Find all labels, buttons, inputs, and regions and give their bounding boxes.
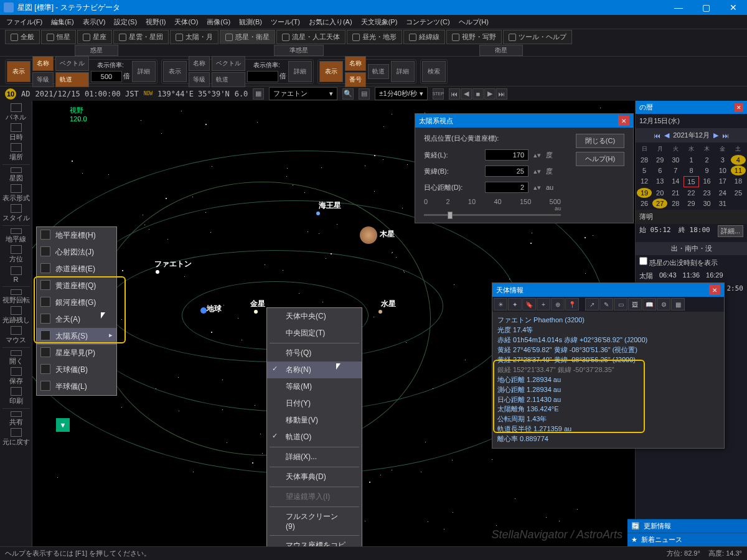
- rail-星図[interactable]: 星図: [2, 164, 30, 183]
- menu-item[interactable]: 表示(V): [79, 16, 110, 28]
- detail-button-3[interactable]: 詳細: [391, 61, 415, 82]
- rail-方位[interactable]: 方位: [2, 245, 30, 264]
- menu-item[interactable]: 天体(O): [171, 16, 202, 28]
- menu-item[interactable]: お気に入り(A): [305, 16, 356, 28]
- rail-場所[interactable]: 場所: [2, 143, 30, 162]
- name-toggle[interactable]: 名称: [32, 56, 54, 71]
- rail-スタイル[interactable]: スタイル: [2, 204, 30, 223]
- step-dropdown[interactable]: ±1分40秒/秒▾: [375, 87, 427, 100]
- pin-icon[interactable]: 📍: [565, 298, 579, 310]
- rail-元に戻す[interactable]: 元に戻す: [2, 428, 30, 447]
- play-button[interactable]: ▶: [484, 88, 496, 100]
- subtab[interactable]: 惑星: [75, 45, 118, 56]
- target-dropdown[interactable]: ファエトン▾: [269, 87, 337, 100]
- frame-icon[interactable]: ▭: [614, 298, 627, 310]
- sun-icon[interactable]: ☀: [494, 298, 507, 310]
- ctx-item[interactable]: 詳細(X)...: [267, 449, 362, 465]
- rail-表示形式[interactable]: 表示形式: [2, 184, 30, 203]
- tab[interactable]: 太陽・月: [170, 30, 218, 44]
- rail-共有[interactable]: 共有: [2, 408, 30, 427]
- skip-back-button[interactable]: ⏮: [449, 88, 460, 100]
- ctx-item[interactable]: 太陽系(S)▸: [37, 328, 116, 345]
- vector-toggle-2[interactable]: ベクトル: [212, 56, 245, 71]
- mult-input[interactable]: [91, 71, 122, 82]
- solar-panel-title[interactable]: 太陽系視点 ✕: [415, 114, 633, 128]
- cross-icon[interactable]: +: [537, 298, 550, 310]
- coords-label[interactable]: 139°44'E 35°39'N: [157, 90, 230, 98]
- rail-日時[interactable]: 日時: [2, 123, 30, 142]
- tab[interactable]: 経緯線: [403, 30, 445, 44]
- cal-next-month[interactable]: ▶: [713, 131, 718, 139]
- maximize-button[interactable]: ▢: [692, 0, 720, 15]
- lon-input[interactable]: [485, 149, 529, 161]
- ctx-item[interactable]: 天体中央(C): [267, 308, 362, 325]
- cal-prev-year[interactable]: ⏮: [654, 132, 660, 139]
- search-icon[interactable]: 🔍: [342, 88, 354, 100]
- lat-input[interactable]: [485, 166, 529, 177]
- list-icon[interactable]: ▤: [359, 88, 370, 100]
- menu-item[interactable]: コンテンツ(C): [402, 16, 453, 28]
- mult-input-2[interactable]: [247, 71, 278, 82]
- ctx-item[interactable]: 天体事典(D): [267, 469, 362, 485]
- ctx-item[interactable]: 等級(M): [267, 378, 362, 395]
- ctx-item[interactable]: 黄道座標(Q): [37, 278, 116, 294]
- rail-保存[interactable]: 保存: [2, 367, 30, 386]
- cal-next-year[interactable]: ⏭: [722, 132, 729, 139]
- search-button[interactable]: 検索: [422, 61, 446, 82]
- book-icon[interactable]: 📖: [642, 298, 656, 310]
- menu-item[interactable]: 視野(I): [142, 16, 169, 28]
- detail-button-2[interactable]: 詳細: [288, 61, 312, 82]
- menu-item[interactable]: 設定(S): [110, 16, 141, 28]
- tab[interactable]: ツール・ヘルプ: [503, 30, 572, 44]
- lon-stepper[interactable]: ▴▾: [533, 151, 541, 159]
- image-icon[interactable]: 🖼: [628, 298, 642, 310]
- dist-stepper[interactable]: ▴▾: [533, 184, 541, 192]
- tab[interactable]: 全般: [5, 30, 40, 44]
- ctx-item[interactable]: ✓軌道(O): [267, 429, 362, 446]
- vector-toggle[interactable]: ベクトル: [55, 56, 89, 71]
- orbit-toggle[interactable]: 軌道: [55, 72, 89, 87]
- target-icon[interactable]: ⊕: [551, 298, 565, 310]
- tab[interactable]: 恒星: [41, 30, 76, 44]
- dropdown-marker-icon[interactable]: ▼: [56, 418, 70, 432]
- menu-item[interactable]: ツール(T): [267, 16, 304, 28]
- pencil-icon[interactable]: ✎: [599, 298, 613, 310]
- ctx-item[interactable]: 中央固定(T): [267, 325, 362, 342]
- menu-item[interactable]: 観測(B): [235, 16, 266, 28]
- name-toggle-3[interactable]: 名称: [345, 56, 366, 71]
- orbit-toggle-3[interactable]: 軌道: [368, 64, 389, 79]
- solar-close-button[interactable]: ✕: [618, 116, 629, 126]
- solar-help-btn[interactable]: ヘルプ(H): [576, 152, 624, 166]
- rail-印刷[interactable]: 印刷: [2, 387, 30, 406]
- name-toggle-2[interactable]: 名称: [189, 56, 210, 71]
- ctx-item[interactable]: 符号(Q): [267, 345, 362, 362]
- rail-地平線[interactable]: 地平線: [2, 225, 30, 244]
- stop-button[interactable]: ■: [472, 88, 484, 100]
- play-back-button[interactable]: ◀: [461, 88, 472, 100]
- dist-input[interactable]: [485, 182, 529, 193]
- step-detail-icon[interactable]: STEP: [433, 88, 444, 100]
- cal-prev-month[interactable]: ◀: [664, 131, 669, 139]
- fov-label[interactable]: 6.0: [235, 90, 248, 98]
- time-badge[interactable]: 10: [5, 88, 16, 100]
- ctx-item[interactable]: 半球儀(L): [37, 378, 116, 395]
- show-button-2[interactable]: 表示: [163, 61, 187, 82]
- tag-icon[interactable]: 🔖: [522, 298, 536, 310]
- detail-button-1[interactable]: 詳細: [132, 61, 156, 82]
- solar-close-btn[interactable]: 閉じる(C): [576, 134, 624, 148]
- menu-item[interactable]: ヘルプ(H): [455, 16, 492, 28]
- close-button[interactable]: ✕: [720, 0, 747, 15]
- gear-icon[interactable]: ⚙: [657, 298, 670, 310]
- menu-item[interactable]: ファイル(F): [2, 16, 46, 28]
- orbit-toggle-2[interactable]: 軌道: [212, 72, 245, 87]
- rail-パネル[interactable]: パネル: [2, 103, 30, 122]
- show-button-3[interactable]: 表示: [319, 61, 343, 82]
- ctx-item[interactable]: 天球儀(B): [37, 362, 116, 378]
- rail-マウス[interactable]: マウス: [2, 326, 30, 345]
- ctx-item[interactable]: 銀河座標(G): [37, 294, 116, 311]
- mag-toggle-2[interactable]: 等級: [189, 72, 210, 87]
- lat-stepper[interactable]: ▴▾: [533, 167, 541, 175]
- ctx-item[interactable]: 地平座標(H): [37, 227, 116, 244]
- tab[interactable]: 視野・写野: [446, 30, 502, 44]
- info-close-button[interactable]: ✕: [709, 285, 720, 295]
